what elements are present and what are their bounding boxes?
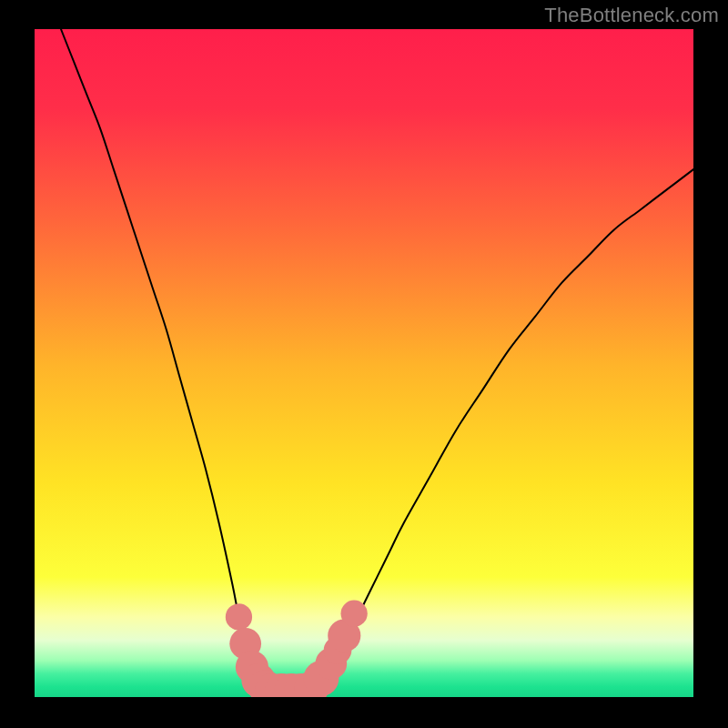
- bottleneck-chart: [35, 29, 693, 697]
- plot-background: [35, 29, 693, 697]
- highlighted-point: [341, 601, 368, 627]
- chart-frame: TheBottleneck.com: [0, 0, 728, 728]
- highlighted-point: [226, 603, 252, 630]
- watermark-text: TheBottleneck.com: [544, 4, 719, 27]
